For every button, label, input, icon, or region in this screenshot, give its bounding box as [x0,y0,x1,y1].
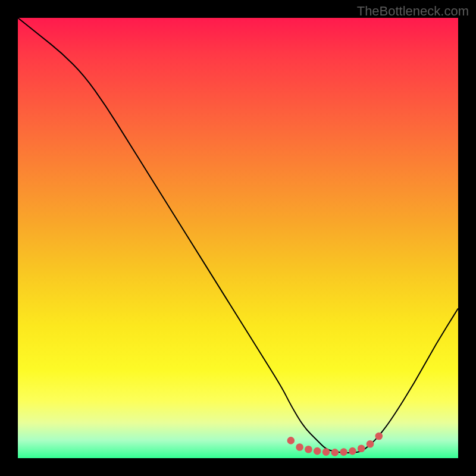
optimal-dot [331,449,339,456]
watermark-text: TheBottleneck.com [357,4,469,19]
optimal-dot [367,440,374,448]
optimal-dot [322,448,330,456]
chart-plot-area [18,18,458,458]
optimal-dot [340,448,347,456]
chart-svg [18,18,458,458]
optimal-dot [305,446,312,453]
optimal-dot [358,444,365,452]
optimal-dot [314,447,321,455]
bottleneck-curve [18,18,458,453]
optimal-dot [287,437,295,444]
optimal-dot [375,433,383,440]
optimal-dot [349,447,356,455]
optimal-dot [296,443,303,451]
optimal-zone-dots [287,433,383,456]
